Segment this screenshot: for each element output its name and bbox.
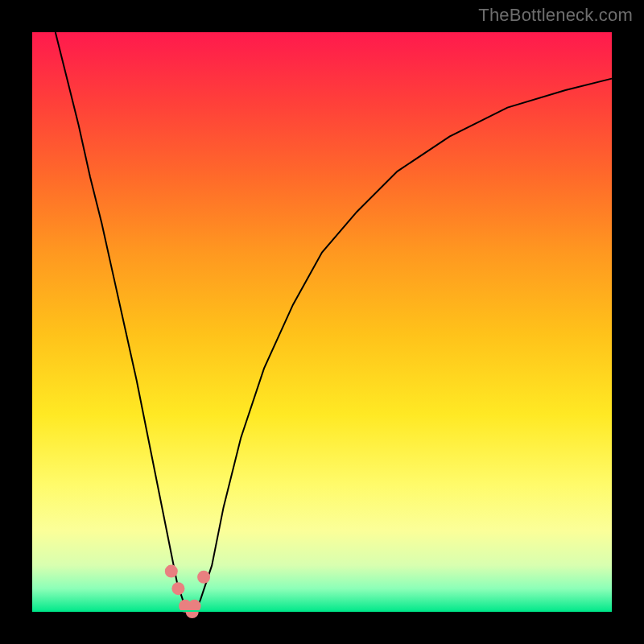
minimum-dot [165, 565, 178, 578]
chart-baseline [32, 610, 612, 612]
chart-frame: TheBottleneck.com [0, 0, 644, 644]
minimum-dot [171, 582, 184, 595]
chart-svg [32, 32, 612, 612]
minimum-dot [197, 571, 210, 584]
bottleneck-curve [56, 32, 612, 612]
chart-plot-area [32, 32, 612, 612]
watermark-text: TheBottleneck.com [478, 5, 633, 26]
